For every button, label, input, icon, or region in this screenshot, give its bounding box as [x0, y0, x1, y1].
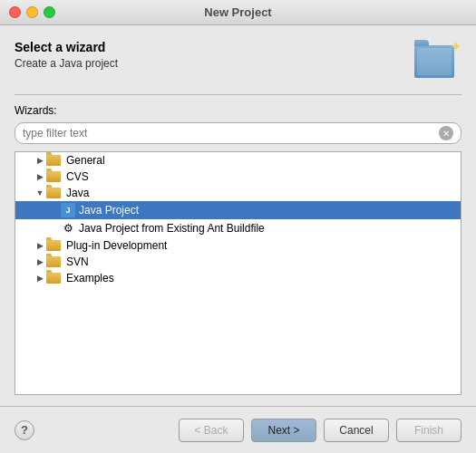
bottom-bar: ? < Back Next > Cancel Finish: [0, 406, 476, 453]
expand-arrow-cvs[interactable]: ▶: [34, 170, 46, 183]
main-content: Select a wizard Create a Java project ✦ …: [0, 25, 476, 406]
wizard-tree[interactable]: ▶ General ▶ CVS ▼ Java: [15, 151, 461, 395]
tree-label-java: Java: [66, 187, 89, 199]
java-project-icon: J: [61, 203, 75, 217]
page-subtitle: Create a Java project: [15, 57, 118, 70]
tree-label-java-project: Java Project: [79, 204, 139, 217]
header-section: Select a wizard Create a Java project ✦: [15, 40, 461, 82]
tree-label-cvs: CVS: [66, 170, 89, 183]
expand-arrow-java-ant: [48, 222, 61, 235]
folder-icon-plugin: [46, 239, 63, 252]
search-clear-button[interactable]: ✕: [439, 126, 453, 140]
tree-item-cvs[interactable]: ▶ CVS: [15, 169, 461, 185]
search-input[interactable]: [23, 127, 439, 140]
folder-icon-cvs: [46, 170, 63, 183]
expand-arrow-java[interactable]: ▼: [34, 187, 46, 199]
close-button[interactable]: [9, 6, 21, 18]
tree-label-svn: SVN: [66, 255, 89, 268]
tree-item-java[interactable]: ▼ Java: [15, 185, 461, 201]
tree-item-java-project[interactable]: J Java Project: [15, 201, 461, 219]
tree-label-examples: Examples: [66, 272, 114, 284]
folder-icon: [414, 45, 454, 78]
minimize-button[interactable]: [26, 6, 38, 18]
window-title: New Project: [204, 5, 271, 19]
folder-icon-java: [46, 187, 63, 199]
header-text: Select a wizard Create a Java project: [15, 40, 118, 70]
folder-icon-general: [46, 154, 63, 167]
wizard-icon: ✦: [414, 40, 461, 82]
maximize-button[interactable]: [44, 6, 55, 18]
tree-item-java-ant[interactable]: ⚙ Java Project from Existing Ant Buildfi…: [15, 219, 461, 237]
back-button[interactable]: < Back: [179, 419, 244, 442]
finish-button[interactable]: Finish: [396, 419, 461, 442]
expand-arrow-examples[interactable]: ▶: [34, 272, 46, 284]
help-button[interactable]: ?: [15, 420, 34, 440]
tree-label-java-ant: Java Project from Existing Ant Buildfile: [79, 222, 265, 235]
tree-item-plugin[interactable]: ▶ Plug-in Development: [15, 237, 461, 254]
tree-item-svn[interactable]: ▶ SVN: [15, 254, 461, 270]
expand-arrow-svn[interactable]: ▶: [34, 255, 46, 268]
tree-item-general[interactable]: ▶ General: [15, 152, 461, 169]
folder-icon-examples: [46, 272, 63, 284]
search-box[interactable]: ✕: [15, 122, 461, 144]
page-title: Select a wizard: [15, 40, 118, 54]
tree-label-plugin: Plug-in Development: [66, 239, 167, 252]
titlebar: New Project: [0, 0, 476, 25]
tree-label-general: General: [66, 154, 105, 167]
ant-icon: ⚙: [61, 221, 75, 236]
expand-arrow-plugin[interactable]: ▶: [34, 239, 46, 252]
help-area: ?: [15, 420, 34, 440]
expand-arrow-general[interactable]: ▶: [34, 154, 46, 167]
next-button[interactable]: Next >: [251, 419, 316, 442]
folder-icon-svn: [46, 255, 63, 268]
wizards-label: Wizards:: [15, 104, 461, 117]
dialog-buttons: < Back Next > Cancel Finish: [179, 419, 461, 442]
expand-arrow-java-project: [48, 204, 61, 217]
sparkle-icon: ✦: [450, 40, 461, 54]
window-controls: [9, 6, 55, 18]
tree-item-examples[interactable]: ▶ Examples: [15, 270, 461, 286]
header-divider: [15, 94, 461, 95]
cancel-button[interactable]: Cancel: [324, 419, 389, 442]
